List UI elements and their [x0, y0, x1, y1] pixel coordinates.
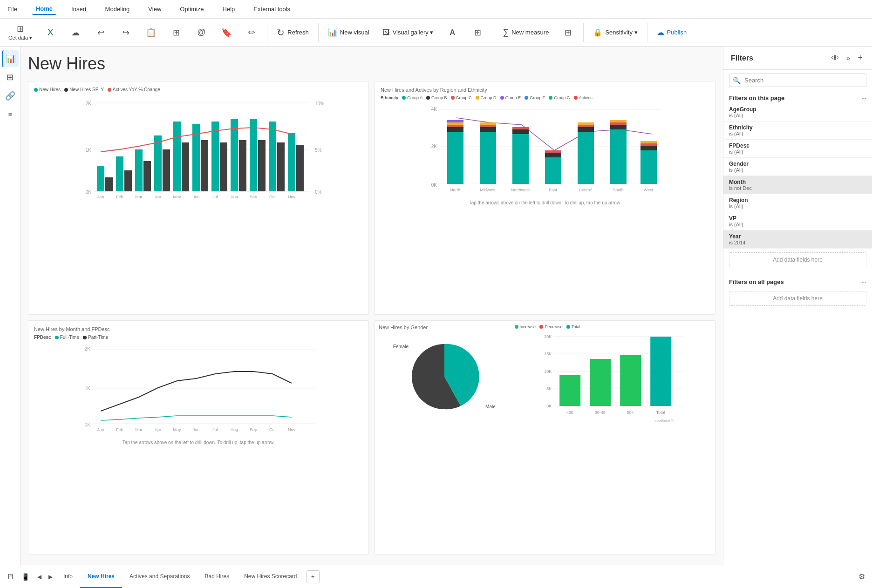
sensitivity-button[interactable]: 🔒 Sensitivity ▾ [587, 25, 643, 40]
svg-rect-11 [135, 149, 143, 191]
menu-modeling[interactable]: Modeling [102, 4, 134, 14]
publish-button[interactable]: ☁ Publish [651, 25, 693, 40]
page-title: New Hires [28, 54, 715, 74]
filter-month-name: Month [729, 179, 866, 185]
filter-gender[interactable]: Gender is (All) [723, 158, 872, 176]
tab-next-button[interactable]: ▶ [45, 571, 56, 582]
fpDesc-chart-panel[interactable]: New Hires by Month and FPDesc FPDesc Ful… [28, 320, 369, 554]
svg-text:Mar: Mar [135, 427, 143, 432]
get-data-label: Get data ▾ [8, 35, 32, 41]
filter-region[interactable]: Region is (All) [723, 194, 872, 212]
svg-text:0K: 0K [431, 182, 437, 188]
menu-home[interactable]: Home [32, 3, 56, 15]
svg-text:10K: 10K [544, 369, 552, 374]
edit-button[interactable]: ✏ [240, 26, 263, 40]
tab-bad-hires[interactable]: Bad Hires [197, 565, 237, 588]
mobile-view-icon[interactable]: 📱 [19, 571, 32, 582]
filter-gender-value: is (All) [729, 167, 866, 173]
svg-text:Midwest: Midwest [480, 188, 496, 192]
at-button[interactable]: @ [190, 26, 213, 39]
table-view-icon[interactable]: ⊞ [2, 69, 19, 86]
filter-region-name: Region [729, 197, 866, 203]
svg-rect-62 [545, 150, 561, 153]
tab-new-hires[interactable]: New Hires [80, 565, 122, 588]
filter-search-input[interactable] [729, 74, 866, 87]
fpDesc-chart-area: 2K 1K 0K Jan Feb Mar Apr May [34, 344, 363, 438]
filter-fpdesc[interactable]: FPDesc is (All) [723, 140, 872, 158]
eye-icon[interactable]: 👁 [830, 53, 841, 63]
redo-button[interactable]: ↪ [114, 26, 137, 40]
data-view-icon[interactable]: ≡ [2, 106, 19, 123]
svg-rect-21 [124, 170, 132, 191]
svg-rect-28 [258, 140, 266, 191]
svg-text:Aug: Aug [231, 427, 238, 432]
new-measure-button[interactable]: ∑ New measure [497, 25, 554, 40]
ribbon-toolbar: ⊞ Get data ▾ X ☁ ↩ ↪ 📋 ⊞ @ 🔖 ✏ ↻ Refresh… [0, 19, 872, 47]
tab-info[interactable]: Info [56, 565, 80, 588]
excel-button[interactable]: X [39, 25, 62, 40]
filter-ethnicity[interactable]: Ethnicity is (All) [723, 122, 872, 140]
svg-rect-26 [220, 142, 227, 191]
search-icon: 🔍 [733, 77, 741, 84]
expand-icon[interactable]: » [845, 53, 852, 63]
tab-scorecard[interactable]: New Hires Scorecard [237, 565, 304, 588]
svg-text:2K: 2K [85, 346, 91, 351]
tab-actives-separations[interactable]: Actives and Separations [122, 565, 197, 588]
filter-year-value: is 2014 [729, 240, 866, 245]
menu-file[interactable]: File [4, 4, 21, 14]
legend-new-hires: New Hires [39, 87, 61, 92]
legend-new-hires-sply: New Hires SPLY [69, 87, 104, 92]
menu-insert[interactable]: Insert [68, 4, 90, 14]
get-data-button[interactable]: ⊞ Get data ▾ [4, 22, 37, 43]
text-button[interactable]: A [441, 27, 464, 39]
main-content: New Hires New Hires New Hires SPLY Activ… [20, 47, 723, 565]
menu-view[interactable]: View [144, 4, 165, 14]
menu-help[interactable]: Help [219, 4, 239, 14]
visual-gallery-button[interactable]: 🖼 Visual gallery ▾ [377, 26, 439, 40]
legend-parttime: Part-Time [88, 335, 109, 340]
add-tab-button[interactable]: + [307, 570, 320, 583]
filter-page-menu[interactable]: ··· [861, 95, 866, 101]
filter-year[interactable]: Year is 2014 [723, 230, 872, 249]
add-fields-all-pages[interactable]: Add data fields here [729, 291, 866, 306]
svg-rect-52 [447, 120, 463, 122]
new-measure-icon: ∑ [503, 27, 509, 37]
filter-all-pages-menu[interactable]: ··· [861, 278, 866, 285]
bottom-tabs: 🖥 📱 ◀ ▶ Info New Hires Actives and Separ… [0, 565, 872, 588]
tab-prev-button[interactable]: ◀ [34, 571, 45, 582]
menu-external-tools[interactable]: External tools [250, 4, 294, 14]
filter-vp[interactable]: VP is (All) [723, 212, 872, 230]
bar-line-chart-panel[interactable]: New Hires New Hires SPLY Actives YoY % C… [28, 81, 369, 315]
svg-rect-109 [559, 375, 580, 406]
svg-text:Oct: Oct [269, 195, 276, 198]
new-visual-button[interactable]: 📊 New visual [322, 25, 375, 40]
refresh-button[interactable]: ↻ Refresh [271, 24, 314, 41]
filter-month[interactable]: Month is not Dec [723, 176, 872, 194]
svg-rect-59 [512, 127, 529, 129]
region-ethnicity-chart-panel[interactable]: New Hires and Actives by Region and Ethn… [375, 81, 715, 315]
svg-text:Sep: Sep [250, 427, 257, 432]
filter-agegroup[interactable]: AgeGroup is (All) [723, 103, 872, 122]
table-button[interactable]: ⊞ [164, 26, 188, 40]
add-filter-icon[interactable]: + [856, 52, 865, 64]
menu-optimize[interactable]: Optimize [176, 4, 207, 14]
format-button[interactable]: 🔖 [215, 26, 238, 40]
desktop-view-icon[interactable]: 🖥 [4, 571, 17, 582]
filter-region-value: is (All) [729, 203, 866, 209]
svg-text:0K: 0K [86, 189, 92, 195]
svg-rect-111 [620, 355, 641, 406]
quick-measure-button[interactable]: ⊞ [556, 26, 579, 40]
onedrive-button[interactable]: ☁ [64, 26, 87, 40]
settings-icon[interactable]: ⚙ [855, 571, 868, 582]
svg-text:5%: 5% [315, 148, 322, 153]
svg-text:North: North [450, 188, 460, 192]
model-view-icon[interactable]: 🔗 [2, 88, 19, 104]
gender-age-panel[interactable]: New Hires by Gender Female Male [375, 320, 715, 554]
add-fields-this-page[interactable]: Add data fields here [729, 252, 866, 267]
clipboard-button[interactable]: 📋 [139, 26, 163, 40]
filters-this-page-title: Filters on this page ··· [723, 91, 872, 103]
sensitivity-icon: 🔒 [593, 28, 602, 37]
report-view-icon[interactable]: 📊 [2, 50, 19, 67]
undo-button[interactable]: ↩ [89, 26, 112, 40]
shapes-button[interactable]: ⊞ [466, 26, 489, 40]
